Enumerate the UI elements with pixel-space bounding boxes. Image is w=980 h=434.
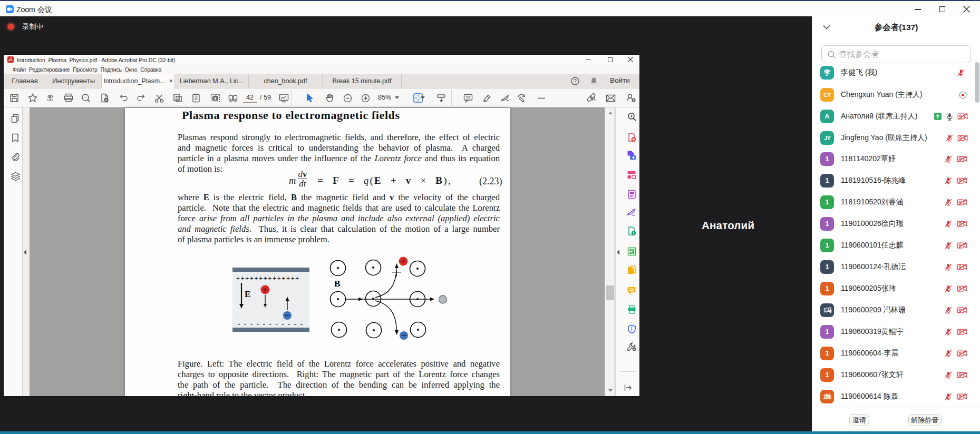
svg-text:E: E [245,289,250,299]
svg-text:?: ? [574,78,577,84]
svg-text:B: B [334,279,340,289]
svg-text:++++++++++++++: ++++++++++++++ [236,274,300,282]
svg-text:-----------: ----------- [238,320,306,328]
